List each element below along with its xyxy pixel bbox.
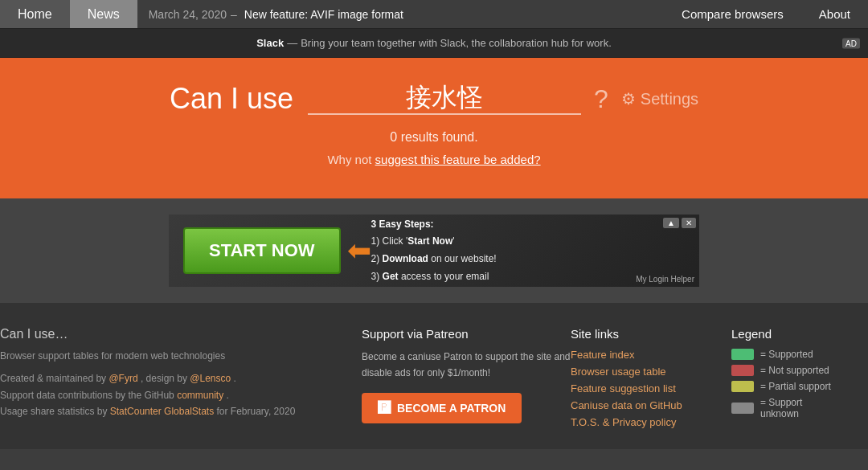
suggest-text: Why not suggest this feature be added? <box>0 153 868 166</box>
breadcrumb: March 24, 2020 – New feature: AVIF image… <box>137 0 664 28</box>
legend-supported-box <box>731 349 754 360</box>
patreon-title: Support via Patreon <box>362 327 571 341</box>
question-mark: ? <box>594 84 608 114</box>
footer-contributions: Support data contributions by the GitHub… <box>0 387 354 403</box>
contrib-prefix: Support data contributions by the GitHub <box>0 390 174 401</box>
credits-mid: , design by <box>141 373 187 384</box>
patreon-btn-label: BECOME A PATRON <box>397 402 506 415</box>
credits-lensco-link[interactable]: @Lensco <box>190 373 231 384</box>
stats-prefix: Usage share statistics by <box>0 406 107 417</box>
footer-col-sitelinks: Site links Feature index Browser usage t… <box>571 327 731 433</box>
ad-banner: Slack — Bring your team together with Sl… <box>0 28 868 58</box>
hero-section: Can I use ? ⚙ Settings 0 results found. … <box>0 58 868 198</box>
footer-col-legend: Legend = Supported = Not supported = Par… <box>731 327 836 433</box>
patreon-icon: 🅿 <box>378 401 391 415</box>
breadcrumb-sep: – <box>231 8 237 21</box>
credits-end: . <box>234 373 236 384</box>
hero-label: Can I use <box>170 82 293 116</box>
legend-supported: = Supported <box>731 349 836 360</box>
ad-text: Bring your team together with Slack, the… <box>301 37 612 49</box>
ad-brand-name: My Login Helper <box>636 275 694 284</box>
patreon-text: Become a caniuse Patron to support the s… <box>362 349 571 382</box>
sitelink-tos[interactable]: T.O.S. & Privacy policy <box>571 416 731 428</box>
legend-not-supported: = Not supported <box>731 365 836 376</box>
nav-home[interactable]: Home <box>0 0 70 28</box>
footer-col-about: Can I use… Browser support tables for mo… <box>0 327 354 433</box>
gear-icon: ⚙ <box>621 89 636 108</box>
sitelink-github[interactable]: Caniuse data on GitHub <box>571 399 731 411</box>
ad-tag: AD <box>842 38 860 48</box>
legend-unknown: = Support unknown <box>731 397 836 419</box>
ad-arrow-icon: ⬅ <box>347 234 371 268</box>
legend-not-supported-box <box>731 365 754 376</box>
compare-browsers-button[interactable]: Compare browsers <box>664 0 801 28</box>
nav-news[interactable]: News <box>70 0 137 28</box>
about-button[interactable]: About <box>801 0 868 28</box>
footer-col-patreon: Support via Patreon Become a caniuse Pat… <box>354 327 571 433</box>
ad-close-button[interactable]: ✕ <box>682 218 696 228</box>
ad-close-row: ▲ ✕ <box>663 218 696 228</box>
legend-title: Legend <box>731 327 836 341</box>
footer-credits: Created & maintained by @Fyrd , design b… <box>0 370 354 386</box>
ad-dash: — <box>287 37 297 49</box>
ad-steps-title: 3 Easy Steps: <box>371 219 434 230</box>
sitelink-browser-usage[interactable]: Browser usage table <box>571 366 731 378</box>
stats-link[interactable]: StatCounter GlobalStats <box>110 406 214 417</box>
sitelinks-title: Site links <box>571 327 731 341</box>
legend-partial: = Partial support <box>731 381 836 392</box>
legend-partial-label: = Partial support <box>760 381 831 392</box>
hero-input-row: Can I use ? ⚙ Settings <box>0 82 868 116</box>
navbar: Home News March 24, 2020 – New feature: … <box>0 0 868 28</box>
ad-inner: START NOW ⬅ 3 Easy Steps: 1) Click 'Star… <box>169 215 699 287</box>
legend-not-supported-label: = Not supported <box>760 365 829 376</box>
credits-prefix: Created & maintained by <box>0 373 106 384</box>
suggest-prefix: Why not <box>327 153 371 166</box>
breadcrumb-date: March 24, 2020 <box>149 8 227 21</box>
sitelink-feature-suggestion[interactable]: Feature suggestion list <box>571 382 731 394</box>
settings-button[interactable]: ⚙ Settings <box>621 89 698 108</box>
footer-about-title: Can I use… <box>0 327 354 341</box>
results-count: 0 results found. <box>0 130 868 145</box>
ad-section: START NOW ⬅ 3 Easy Steps: 1) Click 'Star… <box>0 198 868 303</box>
footer-stats: Usage share statistics by StatCounter Gl… <box>0 403 354 419</box>
credits-fyrd-link[interactable]: @Fyrd <box>108 373 137 384</box>
nav-right: Compare browsers About <box>664 0 868 28</box>
legend-partial-box <box>731 381 754 392</box>
legend-unknown-label: = Support unknown <box>760 397 836 419</box>
sitelink-feature-index[interactable]: Feature index <box>571 349 731 361</box>
legend-unknown-box <box>731 403 754 414</box>
footer: Can I use… Browser support tables for mo… <box>0 303 868 449</box>
ad-expand-button[interactable]: ▲ <box>663 218 679 228</box>
ad-brand: Slack <box>256 37 284 49</box>
settings-label: Settings <box>641 90 698 108</box>
legend-supported-label: = Supported <box>760 349 813 360</box>
contrib-community-link[interactable]: community <box>177 390 223 401</box>
contrib-end: . <box>227 390 229 401</box>
feature-search-input[interactable] <box>308 84 581 115</box>
ad-steps: 3 Easy Steps: 1) Click 'Start Now' 2) Do… <box>371 216 497 285</box>
suggest-link[interactable]: suggest this feature be added? <box>375 153 541 166</box>
become-patron-button[interactable]: 🅿 BECOME A PATRON <box>362 393 522 423</box>
stats-date: for February, 2020 <box>216 406 295 417</box>
footer-about-subtitle: Browser support tables for modern web te… <box>0 348 354 364</box>
ad-start-now-button[interactable]: START NOW <box>183 227 341 274</box>
ad-placeholder: START NOW ⬅ 3 Easy Steps: 1) Click 'Star… <box>169 215 699 287</box>
breadcrumb-title: New feature: AVIF image format <box>244 8 403 21</box>
